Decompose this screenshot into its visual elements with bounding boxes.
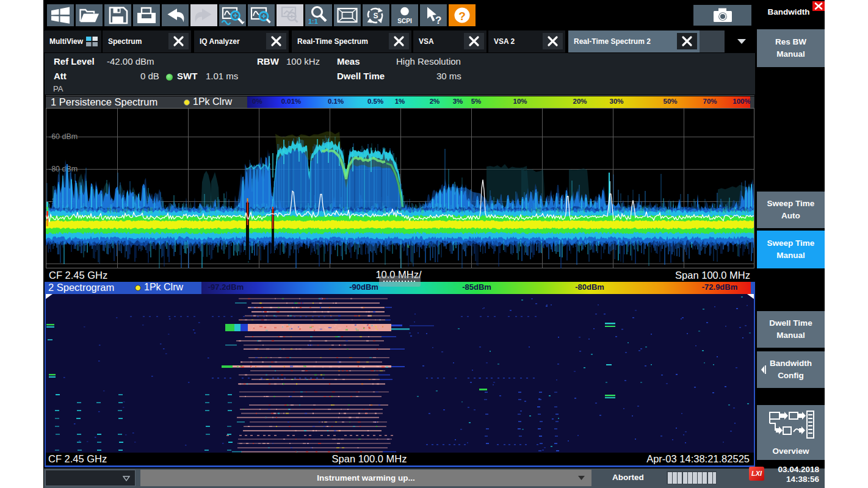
svg-text:S: S bbox=[374, 12, 378, 20]
svg-text:SCPI: SCPI bbox=[397, 18, 412, 24]
svg-text:?: ? bbox=[435, 15, 441, 26]
svg-text:?: ? bbox=[458, 10, 466, 23]
svg-text:1:1: 1:1 bbox=[308, 18, 318, 25]
svg-text:-80 dBm: -80 dBm bbox=[49, 165, 78, 173]
svg-text:-60 dBm: -60 dBm bbox=[49, 132, 78, 141]
